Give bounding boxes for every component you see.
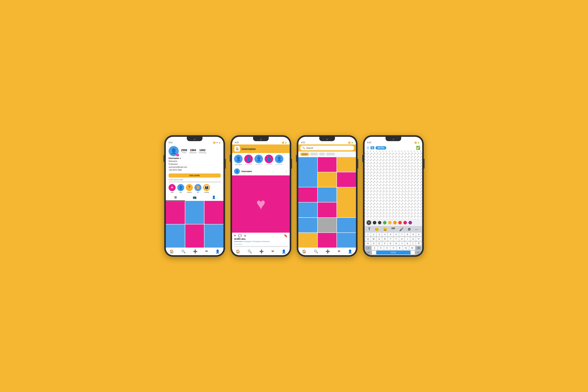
search-item-4[interactable] (318, 172, 337, 187)
key-e[interactable]: E (377, 237, 382, 241)
key-t[interactable]: T (388, 237, 393, 241)
key-dot-left[interactable]: . (372, 251, 376, 254)
key-d[interactable]: D (377, 242, 382, 246)
color-purple[interactable] (408, 221, 412, 224)
tab-music[interactable]: Music (300, 153, 309, 156)
menu-icon[interactable]: ☰ (366, 146, 369, 150)
emoji-tool[interactable]: 😊 (374, 227, 379, 232)
search-item-12[interactable] (318, 218, 337, 232)
key-a[interactable]: A (365, 242, 371, 246)
nav-profile-3[interactable]: 👤 (348, 249, 352, 254)
search-item-10[interactable] (318, 202, 337, 217)
tab-inactive-1[interactable] (310, 153, 318, 156)
nav-profile-1[interactable]: 👤 (216, 249, 220, 254)
feed-story-2[interactable]: 👤 (244, 155, 253, 166)
key-6[interactable]: 6 (394, 233, 399, 236)
color-dark[interactable] (378, 221, 382, 224)
key-special[interactable]: !#1 (365, 251, 372, 254)
key-x[interactable]: X (378, 246, 384, 250)
key-0[interactable]: 0 (416, 233, 422, 236)
key-k[interactable]: K (405, 242, 410, 246)
nav-search-3[interactable]: 🔍 (314, 249, 318, 254)
gif-tool[interactable]: GIF (392, 227, 395, 232)
story-me[interactable]: 👤 Me (177, 184, 184, 193)
key-u[interactable]: U (399, 237, 404, 241)
search-item-1[interactable] (298, 157, 317, 187)
key-y[interactable]: Y (394, 237, 399, 241)
key-1[interactable]: 1 (365, 233, 371, 236)
tab-video[interactable]: 📺 (185, 194, 204, 201)
key-5[interactable]: 5 (388, 233, 393, 236)
key-o[interactable]: O (410, 237, 416, 241)
key-i[interactable]: I (405, 237, 410, 241)
key-9[interactable]: 9 (410, 233, 416, 236)
feed-story-4[interactable]: 👤 (264, 155, 273, 166)
story-family[interactable]: 👨‍👩‍👧 Family (203, 184, 210, 193)
eraser-tool[interactable]: ✏ (366, 220, 371, 225)
key-backspace[interactable]: ⌫ (416, 246, 422, 250)
settings-tool[interactable]: ⚙ (408, 227, 411, 232)
tab-grid[interactable]: ⊞ (166, 194, 185, 201)
search-item-16[interactable] (337, 233, 356, 248)
key-p[interactable]: P (416, 237, 422, 241)
nav-add-2[interactable]: ➕ (259, 249, 264, 254)
edit-profile-button[interactable]: Edit profile (168, 174, 221, 178)
key-7[interactable]: 7 (399, 233, 404, 236)
search-input[interactable]: 🔍 Search (300, 146, 354, 150)
key-lang[interactable]: ES/EN (376, 251, 410, 254)
like-button[interactable]: ♥ (234, 234, 236, 238)
tab-inactive-3[interactable] (326, 153, 335, 156)
search-item-11[interactable] (298, 218, 317, 232)
color-orange[interactable] (393, 221, 397, 224)
dropdown-arrow[interactable]: ▾ (180, 157, 181, 159)
nav-home-2[interactable]: 🏠 (236, 249, 240, 254)
key-h[interactable]: H (394, 242, 399, 246)
key-shift[interactable]: ⇧ (365, 246, 371, 250)
key-g[interactable]: G (388, 242, 393, 246)
a-badge[interactable]: A (370, 146, 374, 149)
nav-home-1[interactable]: 🏠 (170, 249, 174, 254)
key-q[interactable]: Q (365, 237, 371, 241)
key-f[interactable]: F (382, 242, 388, 246)
key-4[interactable]: 4 (382, 233, 388, 236)
key-w[interactable]: W (371, 237, 376, 241)
retro-badge[interactable]: RETRO (376, 146, 386, 150)
key-m[interactable]: M (409, 246, 415, 250)
color-black[interactable] (373, 221, 376, 224)
nav-heart-2[interactable]: ❤ (271, 249, 274, 254)
nav-search-1[interactable]: 🔍 (181, 249, 186, 254)
color-red[interactable] (398, 221, 402, 224)
key-z[interactable]: Z (372, 246, 378, 250)
key-c[interactable]: C (384, 246, 390, 250)
nav-search-2[interactable]: 🔍 (248, 249, 252, 254)
key-dot-right[interactable]: . (411, 251, 415, 254)
story-add[interactable]: + Add (168, 184, 176, 193)
mic-tool[interactable]: 🎤 (399, 227, 404, 232)
nav-heart-3[interactable]: ❤ (338, 249, 340, 254)
search-item-3[interactable] (337, 157, 356, 172)
add-story-button[interactable]: + (176, 154, 179, 156)
search-item-2[interactable] (318, 157, 337, 172)
tab-tagged[interactable]: 👤 (204, 194, 224, 201)
feed-story-1[interactable]: 👤 Username (234, 155, 243, 166)
nav-add-3[interactable]: ➕ (326, 249, 330, 254)
feed-story-3[interactable]: 👤 (254, 155, 263, 166)
key-r[interactable]: R (382, 237, 388, 241)
nav-heart-1[interactable]: ❤ (205, 249, 208, 254)
sticker-tool[interactable]: 😀 (383, 227, 387, 232)
share-button[interactable]: ➤ (244, 234, 246, 238)
search-item-6[interactable] (298, 188, 317, 202)
search-item-5[interactable] (337, 172, 356, 187)
key-l[interactable]: L (410, 242, 416, 246)
nav-add-1[interactable]: ➕ (193, 249, 197, 254)
search-item-7[interactable] (318, 188, 337, 202)
search-item-13[interactable] (337, 218, 356, 232)
bookmark-button[interactable]: 🔖 (284, 234, 288, 238)
key-8[interactable]: 8 (405, 233, 410, 236)
key-n-tilde[interactable]: Ñ (416, 242, 422, 246)
key-enter[interactable]: ↵ (415, 251, 422, 254)
comment-button[interactable]: 💬 (238, 234, 242, 238)
color-green[interactable] (383, 221, 386, 224)
search-item-9[interactable] (298, 202, 317, 217)
text-tool[interactable]: T (368, 227, 370, 232)
